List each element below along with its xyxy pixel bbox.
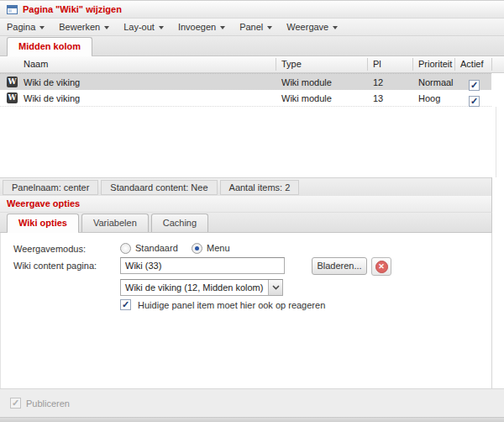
tab-midden-kolom[interactable]: Midden kolom <box>7 37 92 55</box>
tab-wiki-opties[interactable]: Wiki opties <box>7 214 79 232</box>
chevron-down-icon <box>333 26 338 29</box>
react-checkbox-label: Huidige panel item moet hier ook op reag… <box>138 300 325 310</box>
column-header-type[interactable]: Type <box>281 56 302 72</box>
radio-icon <box>120 243 131 254</box>
column-separator <box>276 58 276 71</box>
table-row[interactable]: W Wiki de viking Wiki module 13 Hoog ✓ <box>0 90 491 107</box>
weergavemodus-label: Weergavemodus: <box>13 244 86 254</box>
chevron-down-icon <box>39 26 45 29</box>
wiki-module-icon: W <box>7 76 18 87</box>
menu-layout[interactable]: Lay-out <box>123 22 164 32</box>
column-header-naam[interactable]: Naam <box>24 56 48 72</box>
status-aantal-items: Aantal items: 2 <box>220 180 300 195</box>
bladeren-button[interactable]: Bladeren... <box>312 257 367 275</box>
chevron-down-icon <box>159 26 164 29</box>
column-separator <box>454 58 455 71</box>
column-separator <box>367 58 368 71</box>
wiki-options-form: Weergavemodus: Standaard Menu Wiki conte… <box>0 233 492 388</box>
cell-prioriteit: Normaal <box>418 74 454 91</box>
menu-panel[interactable]: Panel <box>239 22 272 32</box>
column-header-prioriteit[interactable]: Prioriteit <box>418 56 452 72</box>
menu-bewerken[interactable]: Bewerken <box>59 22 109 32</box>
window-bottom-edge <box>0 417 504 422</box>
clear-selection-button[interactable]: ✕ <box>371 257 391 276</box>
actief-checkbox[interactable]: ✓ <box>469 92 480 103</box>
chevron-down-icon <box>220 26 225 29</box>
footer-bar: ✓ Publiceren <box>0 388 504 417</box>
publiceren-checkbox[interactable]: ✓ <box>10 398 21 409</box>
actief-checkbox[interactable]: ✓ <box>469 76 480 87</box>
status-bar: Panelnaam: center Standaard content: Nee… <box>0 177 492 196</box>
wiki-item-select-value: Wiki de viking (12, Midden kolom) <box>125 282 263 293</box>
chevron-down-icon <box>104 26 109 29</box>
cell-pl: 12 <box>373 74 383 91</box>
wiki-module-icon: W <box>7 92 18 103</box>
tab-variabelen[interactable]: Variabelen <box>81 214 149 232</box>
wiki-item-select[interactable]: Wiki de viking (12, Midden kolom) <box>120 279 283 296</box>
page-title: Pagina "Wiki" wijzigen <box>23 4 122 14</box>
menu-pagina[interactable]: Pagina <box>7 22 45 32</box>
menu-weergave[interactable]: Weergave <box>286 22 338 32</box>
react-checkbox[interactable]: ✓ Huidige panel item moet hier ook op re… <box>120 299 325 310</box>
radio-menu[interactable]: Menu <box>192 242 230 254</box>
options-tabstrip: Wiki opties Variabelen Caching <box>0 213 492 233</box>
wiki-content-pagina-input[interactable] <box>120 257 285 274</box>
column-header-actief[interactable]: Actief <box>460 56 484 72</box>
cell-type: Wiki module <box>281 74 332 91</box>
grid-empty-area <box>0 107 496 177</box>
publiceren-label: Publiceren <box>26 398 70 409</box>
radio-selected-icon <box>192 243 202 254</box>
table-row[interactable]: W Wiki de viking Wiki module 12 Normaal … <box>0 73 491 90</box>
cell-type: Wiki module <box>281 90 332 107</box>
window-icon <box>7 5 18 14</box>
panel-tabstrip: Midden kolom <box>0 36 504 56</box>
status-standaard-content: Standaard content: Nee <box>101 180 217 195</box>
options-panel-header: Weergave opties <box>0 196 492 213</box>
wiki-content-pagina-label: Wiki content pagina: <box>13 261 97 271</box>
column-separator <box>412 58 413 71</box>
checkbox-checked-icon: ✓ <box>120 299 131 310</box>
cell-naam: Wiki de viking <box>24 74 80 91</box>
chevron-down-icon <box>267 26 272 29</box>
menu-bar: Pagina Bewerken Lay-out Invoegen Panel W… <box>0 18 504 36</box>
column-separator <box>491 58 492 71</box>
dropdown-trigger[interactable] <box>268 280 282 295</box>
column-header-pl[interactable]: Pl <box>373 56 381 72</box>
cell-prioriteit: Hoog <box>418 90 440 107</box>
remove-icon: ✕ <box>375 261 388 273</box>
cell-naam: Wiki de viking <box>24 90 80 107</box>
options-panel-title: Weergave opties <box>7 198 80 208</box>
status-panelnaam: Panelnaam: center <box>3 180 98 195</box>
radio-standaard[interactable]: Standaard <box>120 242 178 254</box>
tab-caching[interactable]: Caching <box>151 214 208 232</box>
cell-pl: 13 <box>373 90 383 107</box>
window-titlebar: Pagina "Wiki" wijzigen <box>0 0 504 18</box>
chevron-down-icon <box>272 285 280 290</box>
edit-page-window: Pagina "Wiki" wijzigen Pagina Bewerken L… <box>0 0 504 422</box>
grid-header: Naam Type Pl Prioriteit Actief <box>0 56 504 73</box>
menu-invoegen[interactable]: Invoegen <box>178 22 225 32</box>
